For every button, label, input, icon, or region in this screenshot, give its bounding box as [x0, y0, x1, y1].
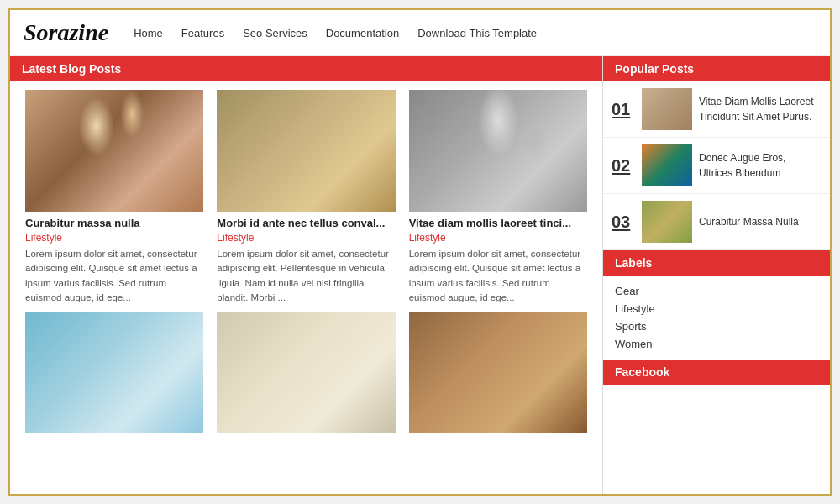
post-thumb-1 [642, 88, 692, 130]
popular-post-3[interactable]: 03 Curabitur Massa Nulla [603, 194, 830, 250]
blog-title-1[interactable]: Curabitur massa nulla [25, 217, 203, 229]
latest-blog-title: Latest Blog Posts [22, 62, 121, 76]
blog-excerpt-1: Lorem ipsum dolor sit amet, consectetur … [25, 247, 203, 305]
blog-card-1: Curabitur massa nulla Lifestyle Lorem ip… [18, 90, 210, 312]
labels-title: Labels [615, 256, 652, 270]
latest-blog-header: Latest Blog Posts [10, 56, 602, 81]
label-gear[interactable]: Gear [615, 282, 818, 300]
nav-download[interactable]: Download This Template [417, 27, 537, 39]
content-area: Latest Blog Posts Curabitur massa nulla … [10, 56, 603, 496]
facebook-section: Facebook [603, 360, 830, 385]
blog-image-1[interactable] [25, 90, 203, 212]
blog-title-2[interactable]: Morbi id ante nec tellus conval... [217, 217, 395, 229]
blog-image-4[interactable] [25, 312, 203, 433]
blog-card-6 [402, 312, 594, 440]
popular-posts-list: 01 Vitae Diam Mollis Laoreet Tincidunt S… [603, 81, 830, 250]
popular-post-2[interactable]: 02 Donec Augue Eros, Ultrices Bibendum [603, 138, 830, 194]
blog-grid: Curabitur massa nulla Lifestyle Lorem ip… [10, 81, 602, 440]
blog-category-3[interactable]: Lifestyle [409, 232, 587, 244]
label-sports[interactable]: Sports [615, 318, 818, 335]
blog-image-5[interactable] [217, 312, 395, 433]
blog-image-3[interactable] [409, 90, 587, 212]
post-thumb-2 [642, 144, 692, 186]
nav: Home Features Seo Services Documentation… [134, 27, 537, 39]
blog-title-3[interactable]: Vitae diam mollis laoreet tinci... [409, 217, 587, 229]
blog-excerpt-3: Lorem ipsum dolor sit amet, consectetur … [409, 247, 587, 305]
post-text-1: Vitae Diam Mollis Laoreet Tincidunt Sit … [699, 94, 822, 124]
popular-post-1[interactable]: 01 Vitae Diam Mollis Laoreet Tincidunt S… [603, 81, 830, 138]
labels-list: Gear Lifestyle Sports Women [603, 276, 830, 360]
facebook-header: Facebook [603, 360, 830, 385]
post-number-2: 02 [612, 156, 635, 176]
sidebar: Popular Posts 01 Vitae Diam Mollis Laore… [603, 56, 830, 496]
labels-section: Labels Gear Lifestyle Sports Women [603, 250, 830, 360]
blog-category-1[interactable]: Lifestyle [25, 232, 203, 244]
blog-card-4 [18, 312, 210, 440]
popular-posts-title: Popular Posts [615, 62, 694, 76]
post-number-1: 01 [612, 100, 635, 119]
blog-image-6[interactable] [409, 312, 587, 433]
post-number-3: 03 [612, 213, 635, 232]
nav-features[interactable]: Features [181, 27, 224, 39]
blog-card-5 [210, 312, 402, 440]
label-lifestyle[interactable]: Lifestyle [615, 300, 818, 318]
blog-excerpt-2: Lorem ipsum dolor sit amet, consectetur … [217, 247, 395, 305]
post-thumb-3 [642, 201, 692, 243]
nav-home[interactable]: Home [134, 27, 163, 39]
blog-category-2[interactable]: Lifestyle [217, 232, 395, 244]
blog-card-2: Morbi id ante nec tellus conval... Lifes… [210, 90, 402, 312]
main-layout: Latest Blog Posts Curabitur massa nulla … [10, 56, 830, 496]
popular-posts-header: Popular Posts [603, 56, 830, 81]
facebook-title: Facebook [615, 365, 669, 379]
post-text-3: Curabitur Massa Nulla [699, 214, 799, 229]
labels-header: Labels [603, 250, 830, 276]
label-women[interactable]: Women [615, 335, 818, 353]
blog-image-2[interactable] [217, 90, 395, 212]
logo[interactable]: Sorazine [24, 19, 108, 46]
nav-seo[interactable]: Seo Services [243, 27, 307, 39]
header: Sorazine Home Features Seo Services Docu… [10, 10, 830, 56]
post-text-2: Donec Augue Eros, Ultrices Bibendum [699, 150, 822, 181]
nav-documentation[interactable]: Documentation [326, 27, 399, 39]
page-container: Sorazine Home Features Seo Services Docu… [8, 8, 832, 496]
blog-card-3: Vitae diam mollis laoreet tinci... Lifes… [402, 90, 594, 312]
